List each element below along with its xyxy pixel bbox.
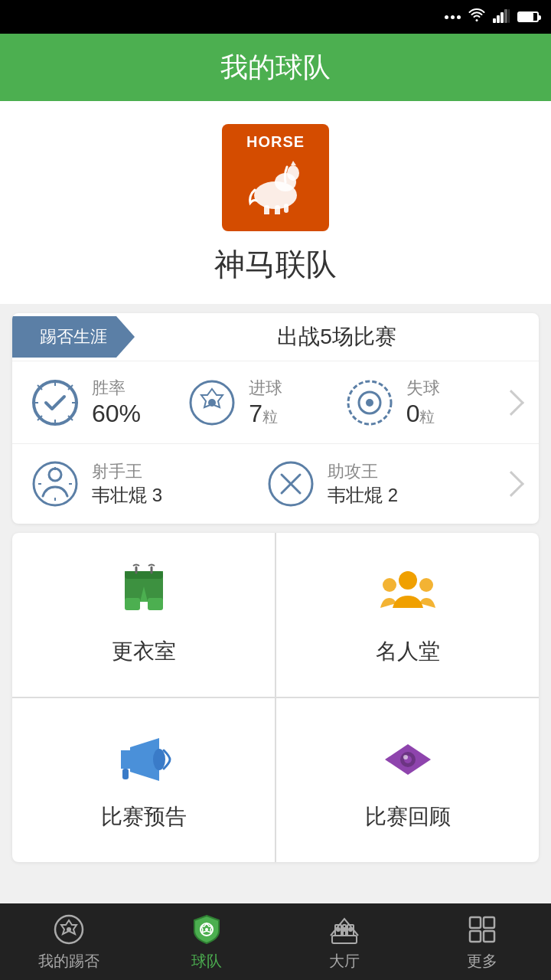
goals-value: 7粒 [249, 400, 282, 428]
nav-hall[interactable]: 大厅 [276, 905, 413, 979]
battery-icon [517, 11, 539, 22]
stats-card: 踢否生涯 出战5场比赛 [12, 313, 539, 524]
conceded-value: 0粒 [406, 400, 440, 428]
svg-rect-55 [332, 936, 357, 943]
nav-team-label: 球队 [191, 951, 222, 972]
menu-grid: 更衣室 名人堂 [12, 533, 539, 862]
win-rate-value: 60% [92, 400, 141, 428]
svg-point-60 [342, 927, 347, 932]
top-scorer-value: 韦壮焜 3 [92, 483, 162, 508]
team-section: HORSE [0, 101, 551, 304]
locker-label: 更衣室 [112, 637, 176, 666]
nav-shield-icon [190, 913, 223, 946]
svg-point-51 [67, 927, 71, 932]
svg-rect-2 [500, 12, 504, 23]
nav-hall-label: 大厅 [329, 951, 360, 972]
review-icon [377, 729, 439, 790]
svg-rect-38 [148, 598, 163, 610]
svg-rect-1 [497, 15, 500, 23]
page-title: 我的球队 [220, 49, 331, 87]
nav-hall-icon [328, 913, 361, 946]
wifi-icon [468, 8, 485, 26]
match-review-item[interactable]: 比赛回顾 [276, 698, 539, 862]
svg-point-59 [336, 927, 341, 932]
svg-point-42 [383, 578, 396, 592]
team-name: 神马联队 [214, 243, 337, 286]
chevron-right-icon[interactable] [498, 390, 524, 416]
team-logo-text: HORSE [246, 133, 305, 151]
nav-mykick[interactable]: 我的踢否 [0, 905, 138, 979]
win-rate-label: 胜率 [92, 377, 141, 400]
top-assist-value: 韦壮焜 2 [328, 483, 398, 508]
svg-rect-3 [504, 9, 507, 23]
top-assist-label: 助攻王 [328, 460, 398, 483]
svg-rect-4 [508, 9, 510, 23]
preview-label: 比赛预告 [101, 802, 187, 831]
nav-soccer-icon [52, 913, 86, 946]
svg-point-54 [205, 928, 208, 931]
stats-row-2: 射手王 韦壮焜 3 助攻王 韦壮焜 2 [12, 443, 539, 524]
goals-item: 进球 7粒 [187, 377, 344, 428]
svg-rect-62 [470, 917, 481, 928]
horse-icon [241, 153, 310, 217]
hall-icon [377, 564, 439, 625]
signal-icon [493, 9, 510, 25]
svg-rect-0 [493, 18, 496, 23]
top-scorer-item: 射手王 韦壮焜 3 [31, 459, 266, 508]
hall-of-fame-item[interactable]: 名人堂 [276, 533, 539, 697]
stats-subtitle: 出战5场比赛 [135, 313, 539, 361]
nav-grid-icon [465, 913, 499, 946]
svg-rect-64 [470, 931, 481, 942]
svg-rect-37 [125, 598, 140, 610]
stats-row-1: 胜率 60% 进球 7粒 [12, 361, 539, 443]
chevron-right-2-icon[interactable] [498, 471, 524, 497]
top-assist-item: 助攻王 韦壮焜 2 [266, 459, 502, 508]
nav-more[interactable]: 更多 [413, 905, 551, 979]
header: 我的球队 [0, 34, 551, 101]
top-scorer-icon [31, 459, 80, 508]
hall-label: 名人堂 [376, 637, 440, 666]
svg-rect-9 [275, 205, 280, 214]
dots-icon [445, 15, 461, 19]
svg-point-61 [348, 927, 353, 932]
stats-badge: 踢否生涯 [12, 316, 135, 358]
conceded-label: 失球 [406, 377, 440, 400]
locker-icon [113, 564, 174, 625]
win-rate-item: 胜率 60% [31, 377, 187, 428]
preview-icon [113, 729, 174, 790]
review-label: 比赛回顾 [365, 802, 451, 831]
svg-rect-10 [284, 204, 289, 213]
svg-point-43 [419, 578, 433, 592]
svg-rect-45 [122, 769, 129, 779]
svg-rect-8 [264, 205, 269, 214]
svg-point-41 [399, 571, 417, 590]
match-preview-item[interactable]: 比赛预告 [12, 698, 275, 862]
nav-team[interactable]: 球队 [138, 905, 276, 979]
top-assist-icon [266, 459, 315, 508]
nav-more-label: 更多 [467, 951, 497, 972]
stats-header: 踢否生涯 出战5场比赛 [12, 313, 539, 361]
svg-rect-36 [125, 571, 163, 579]
goals-icon [187, 378, 236, 427]
svg-rect-63 [484, 917, 494, 928]
top-scorer-label: 射手王 [92, 460, 162, 483]
bottom-nav: 我的踢否 球队 大厅 [0, 903, 551, 980]
svg-point-48 [403, 755, 408, 760]
svg-point-22 [208, 399, 216, 407]
svg-point-25 [366, 399, 373, 407]
team-logo: HORSE [222, 124, 329, 231]
goals-label: 进球 [249, 377, 282, 400]
conceded-icon [345, 378, 394, 427]
svg-rect-65 [484, 931, 494, 942]
status-bar [0, 0, 551, 34]
svg-point-7 [287, 165, 299, 181]
svg-point-44 [153, 749, 165, 770]
locker-room-item[interactable]: 更衣室 [12, 533, 275, 697]
conceded-item: 失球 0粒 [345, 377, 502, 428]
win-rate-icon [31, 378, 80, 427]
nav-mykick-label: 我的踢否 [38, 951, 99, 972]
svg-point-27 [49, 469, 61, 481]
